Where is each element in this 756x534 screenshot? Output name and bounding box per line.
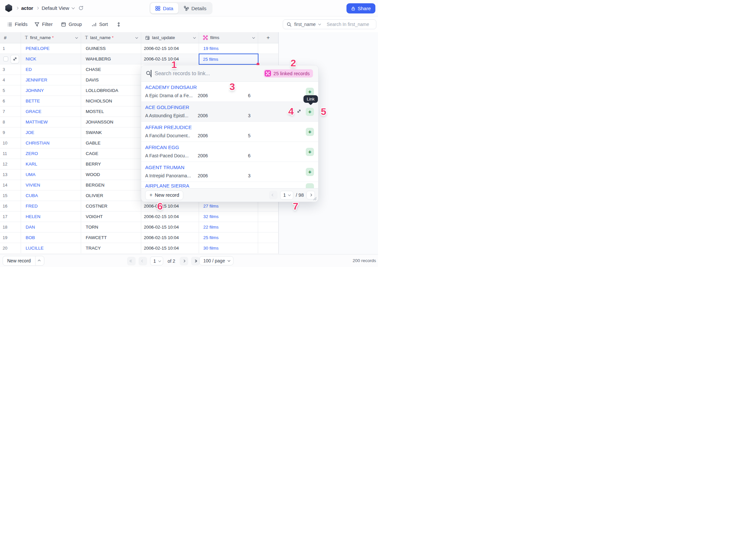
column-header-films[interactable]: films: [199, 32, 258, 43]
popup-search-input[interactable]: [151, 70, 264, 76]
share-button[interactable]: Share: [346, 3, 375, 13]
first-name-cell[interactable]: BETTE: [21, 96, 81, 106]
first-name-cell[interactable]: VIVIEN: [21, 180, 81, 191]
row-number-cell[interactable]: 9: [0, 127, 21, 138]
chevron-down-icon[interactable]: [252, 36, 255, 39]
last-name-cell[interactable]: COSTNER: [81, 201, 141, 211]
last-update-cell[interactable]: 2006-02-15 10:04: [141, 243, 199, 254]
filter-button[interactable]: Filter: [35, 22, 53, 27]
first-name-cell[interactable]: JOE: [21, 127, 81, 138]
first-name-cell[interactable]: JENNIFER: [21, 75, 81, 85]
table-row[interactable]: 17HELENVOIGHT2006-02-15 10:0432 films: [0, 211, 279, 222]
last-name-cell[interactable]: TORN: [81, 222, 141, 232]
table-row[interactable]: 19BOBFAWCETT2006-02-15 10:0425 films: [0, 232, 279, 243]
last-name-cell[interactable]: WAHLBERG: [81, 54, 141, 65]
films-cell[interactable]: 19 films: [199, 43, 258, 54]
first-name-cell[interactable]: UMA: [21, 170, 81, 180]
films-cell[interactable]: 25 films: [199, 232, 258, 243]
link-plus-button[interactable]: +: [306, 88, 314, 96]
last-update-cell[interactable]: 2006-02-15 10:04: [141, 211, 199, 222]
link-plus-button[interactable]: +: [306, 128, 314, 136]
row-number-cell[interactable]: 17: [0, 211, 21, 222]
row-number-cell[interactable]: 13: [0, 170, 21, 180]
row-number-cell[interactable]: 3: [0, 65, 21, 75]
link-plus-button[interactable]: +: [306, 108, 314, 116]
tab-data[interactable]: Data: [150, 3, 178, 13]
row-number-cell[interactable]: 20: [0, 243, 21, 254]
last-name-cell[interactable]: VOIGHT: [81, 211, 141, 222]
last-update-cell[interactable]: 2006-02-15 10:04: [141, 201, 199, 211]
row-number-cell[interactable]: 12: [0, 159, 21, 170]
last-name-cell[interactable]: BERRY: [81, 159, 141, 170]
first-name-cell[interactable]: PENELOPE: [21, 43, 81, 54]
last-name-cell[interactable]: OLIVIER: [81, 191, 141, 201]
refresh-button[interactable]: [78, 6, 83, 11]
last-update-cell[interactable]: 2006-02-15 10:04: [141, 222, 199, 232]
first-name-cell[interactable]: CHRISTIAN: [21, 138, 81, 148]
breadcrumb-table[interactable]: actor: [21, 5, 34, 11]
chevron-down-icon[interactable]: [193, 36, 196, 39]
last-name-cell[interactable]: GABLE: [81, 138, 141, 148]
popup-prev-page-button[interactable]: [269, 191, 278, 200]
chevron-down-icon[interactable]: [135, 36, 138, 39]
table-row[interactable]: 18DANTORN2006-02-15 10:0422 films: [0, 222, 279, 232]
page-select[interactable]: 1: [150, 256, 163, 265]
row-number-cell[interactable]: 14: [0, 180, 21, 191]
fields-button[interactable]: Fields: [7, 22, 28, 27]
first-name-cell[interactable]: MATTHEW: [21, 117, 81, 127]
first-name-cell[interactable]: JOHNNY: [21, 85, 81, 96]
last-update-cell[interactable]: 2006-02-15 10:04: [141, 54, 199, 65]
popup-record[interactable]: AGENT TRUMANA Intrepid Panorama...20063+: [141, 162, 318, 182]
add-column-button[interactable]: +: [258, 32, 279, 43]
row-number-cell[interactable]: 19: [0, 232, 21, 243]
last-name-cell[interactable]: LOLLOBRIGIDA: [81, 85, 141, 96]
films-cell[interactable]: 30 films: [199, 243, 258, 254]
row-number-cell[interactable]: 7: [0, 106, 21, 117]
last-update-cell[interactable]: 2006-02-15 10:04: [141, 43, 199, 54]
last-name-cell[interactable]: GUINESS: [81, 43, 141, 54]
last-name-cell[interactable]: TRACY: [81, 243, 141, 254]
expand-record-button[interactable]: [11, 55, 19, 64]
workspace-logo-icon[interactable]: [5, 4, 13, 12]
table-row[interactable]: 1PENELOPEGUINESS2006-02-15 10:0419 films: [0, 43, 279, 54]
group-button[interactable]: Group: [61, 22, 82, 27]
row-number-cell[interactable]: 5: [0, 85, 21, 96]
link-plus-button[interactable]: +: [306, 168, 314, 176]
last-name-cell[interactable]: WOOD: [81, 170, 141, 180]
films-cell[interactable]: 22 films: [199, 222, 258, 232]
column-header-first-name[interactable]: T first_name *: [21, 32, 81, 43]
last-name-cell[interactable]: CHASE: [81, 65, 141, 75]
new-record-label[interactable]: New record: [3, 256, 35, 265]
popup-record-partial[interactable]: AIRPLANE SIERRA: [141, 182, 318, 189]
row-number-cell[interactable]: 11: [0, 148, 21, 159]
last-name-cell[interactable]: MOSTEL: [81, 106, 141, 117]
row-number-cell[interactable]: 18: [0, 222, 21, 232]
row-number-cell[interactable]: 16: [0, 201, 21, 211]
row-number-cell[interactable]: 8: [0, 117, 21, 127]
page-size-select[interactable]: 100 / page: [199, 256, 233, 265]
popup-record[interactable]: AFFAIR PREJUDICEA Fanciful Document..200…: [141, 122, 318, 142]
row-number-cell[interactable]: 4: [0, 75, 21, 85]
last-name-cell[interactable]: NICHOLSON: [81, 96, 141, 106]
last-name-cell[interactable]: CAGE: [81, 148, 141, 159]
column-header-last-update[interactable]: last_update: [141, 32, 199, 43]
first-name-cell[interactable]: NICK: [21, 54, 81, 65]
first-name-cell[interactable]: GRACE: [21, 106, 81, 117]
row-checkbox[interactable]: [3, 57, 8, 62]
record-title[interactable]: AGENT TRUMAN: [145, 165, 318, 170]
last-name-cell[interactable]: JOHANSSON: [81, 117, 141, 127]
last-update-cell[interactable]: 2006-02-15 10:04: [141, 232, 199, 243]
popup-page-select[interactable]: 1: [280, 191, 293, 200]
tab-details[interactable]: Details: [179, 3, 211, 13]
search-field-selector[interactable]: first_name: [283, 20, 323, 29]
popup-resize-handle[interactable]: [313, 197, 316, 200]
prev-page-button[interactable]: [139, 257, 147, 265]
first-name-cell[interactable]: LUCILLE: [21, 243, 81, 254]
table-row[interactable]: 20LUCILLETRACY2006-02-15 10:0430 films: [0, 243, 279, 254]
first-page-button[interactable]: [127, 257, 136, 265]
selected-cell[interactable]: 25 films: [199, 54, 258, 65]
new-record-options-button[interactable]: [36, 256, 44, 265]
view-selector[interactable]: Default View: [42, 5, 74, 11]
first-name-cell[interactable]: DAN: [21, 222, 81, 232]
next-page-button[interactable]: [180, 257, 188, 265]
